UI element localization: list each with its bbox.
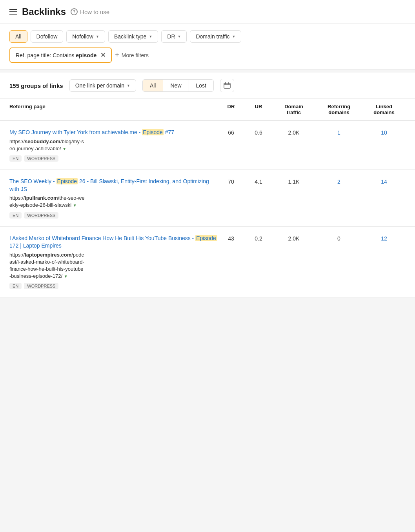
filter-nofollow[interactable]: Nofollow [66, 30, 105, 43]
more-filters-button[interactable]: + More filters [115, 51, 149, 59]
svg-rect-0 [224, 83, 230, 88]
tag-wordpress-3: WORDPRESS [24, 283, 58, 289]
linked-domains-2[interactable]: 14 [362, 178, 406, 185]
page-title: Backlinks [22, 6, 66, 17]
url-dropdown-1[interactable]: ▼ [62, 147, 66, 151]
tag-en-1: EN [9, 155, 22, 162]
page-url-2: https://ipullrank.com/the-seo-weekly-epi… [9, 195, 217, 209]
page-title-link-3[interactable]: I Asked Marko of Whiteboard Finance How … [9, 235, 217, 250]
active-filter-row: Ref. page title: Contains episode ✕ + Mo… [9, 47, 406, 63]
remove-filter-button[interactable]: ✕ [100, 51, 106, 59]
dr-3: 43 [217, 235, 245, 242]
tag-wordpress-2: WORDPRESS [24, 212, 58, 219]
calendar-button[interactable] [220, 79, 234, 92]
toggle-all[interactable]: All [143, 80, 164, 91]
domain-traffic-2: 1.1K [272, 178, 315, 185]
referring-domains-2[interactable]: 2 [315, 178, 362, 185]
filter-all[interactable]: All [9, 30, 27, 43]
table-row: I Asked Marko of Whiteboard Finance How … [0, 227, 415, 298]
filter-dofollow[interactable]: Dofollow [31, 30, 64, 43]
page-title-link[interactable]: My SEO Journey with Tyler York from achi… [9, 129, 217, 137]
highlight-episode-1: Episode [142, 129, 164, 135]
domain-traffic-1: 2.0K [272, 129, 315, 136]
linked-domains-1[interactable]: 10 [362, 129, 406, 136]
filter-backlink-type[interactable]: Backlink type [108, 30, 158, 43]
filter-prefix: Ref. page title: Contains episode [16, 52, 96, 58]
table-header: Referring page DR UR Domaintraffic Refer… [0, 99, 415, 121]
page-title-link-2[interactable]: The SEO Weekly - Episode 26 - Bill Slaws… [9, 178, 217, 193]
table-section: 155 groups of links One link per domain … [0, 73, 415, 297]
link-per-domain-label: One link per domain [75, 82, 124, 89]
how-to-use-label: How to use [80, 9, 109, 15]
toggle-new[interactable]: New [163, 80, 189, 91]
linked-domains-3[interactable]: 12 [362, 235, 406, 242]
filter-domain-traffic[interactable]: Domain traffic [190, 30, 241, 43]
table-row: My SEO Journey with Tyler York from achi… [0, 121, 415, 170]
table-row: The SEO Weekly - Episode 26 - Bill Slaws… [0, 170, 415, 227]
hamburger-menu[interactable] [9, 9, 17, 15]
header: Backlinks ? How to use [0, 0, 415, 24]
groups-count: 155 groups of links [9, 82, 63, 89]
dr-2: 70 [217, 178, 245, 185]
url-dropdown-3[interactable]: ▼ [64, 274, 68, 279]
filter-row: All Dofollow Nofollow Backlink type DR D… [9, 30, 406, 43]
domain-traffic-3: 2.0K [272, 235, 315, 242]
filter-dr[interactable]: DR [161, 30, 187, 43]
highlight-episode-3: Episode [195, 235, 217, 241]
tags-3: EN WORDPRESS [9, 283, 217, 289]
page-url-1: https://seobuddy.com/blog/my-seo-journey… [9, 138, 217, 152]
referring-domains-3: 0 [315, 235, 362, 242]
domain-3: laptopempires.com [25, 252, 71, 258]
tag-en-3: EN [9, 283, 22, 289]
referring-domains-1[interactable]: 1 [315, 129, 362, 136]
page-info: The SEO Weekly - Episode 26 - Bill Slaws… [9, 178, 217, 219]
tag-wordpress-1: WORDPRESS [24, 155, 58, 162]
dr-1: 66 [217, 129, 245, 136]
how-to-use-link[interactable]: ? How to use [71, 8, 109, 15]
filters-section: All Dofollow Nofollow Backlink type DR D… [0, 24, 415, 69]
url-dropdown-2[interactable]: ▼ [73, 203, 77, 208]
ur-3: 0.2 [245, 235, 272, 242]
more-filters-label: More filters [122, 52, 149, 58]
tags-2: EN WORDPRESS [9, 212, 217, 219]
tag-en-2: EN [9, 212, 22, 219]
domain-1: seobuddy.com [25, 138, 60, 144]
ur-2: 4.1 [245, 178, 272, 185]
col-domain-traffic: Domaintraffic [272, 104, 315, 115]
col-linked-domains: Linkeddomains [362, 104, 406, 115]
all-new-lost-toggle: All New Lost [142, 79, 214, 92]
col-referring-page: Referring page [9, 104, 217, 115]
toggle-lost[interactable]: Lost [189, 80, 213, 91]
highlight-episode-2: Episode [56, 178, 78, 184]
link-per-domain-dropdown[interactable]: One link per domain [69, 79, 136, 92]
domain-2: ipullrank.com [25, 195, 58, 201]
col-ur: UR [245, 104, 272, 115]
page-url-3: https://laptopempires.com/podcast/i-aske… [9, 251, 217, 280]
col-referring-domains: Referringdomains [315, 104, 362, 115]
table-controls: 155 groups of links One link per domain … [0, 73, 415, 99]
ur-1: 0.6 [245, 129, 272, 136]
page-info: I Asked Marko of Whiteboard Finance How … [9, 235, 217, 290]
help-icon: ? [71, 8, 78, 15]
active-filter-tag: Ref. page title: Contains episode ✕ [9, 47, 112, 63]
page-info: My SEO Journey with Tyler York from achi… [9, 129, 217, 162]
plus-icon: + [115, 51, 119, 59]
tags-1: EN WORDPRESS [9, 155, 217, 162]
col-dr: DR [217, 104, 245, 115]
filter-keyword: episode [76, 52, 96, 58]
